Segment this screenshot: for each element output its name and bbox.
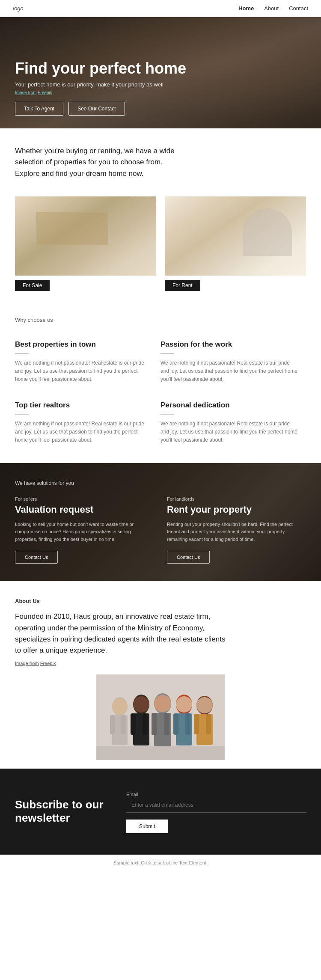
hero-title: Find your perfect home <box>15 60 186 77</box>
svg-rect-13 <box>152 713 157 735</box>
nav-about[interactable]: About <box>264 5 279 12</box>
contact-landlords-button[interactable]: Contact Us <box>167 551 210 564</box>
svg-rect-9 <box>143 713 148 735</box>
nav-links: Home About Contact <box>238 5 308 12</box>
why-item-1: Passion for the work We are nothing if n… <box>160 333 306 394</box>
property-card-rent: For Rent <box>165 196 306 291</box>
why-divider-1 <box>160 353 174 354</box>
why-text-3: We are nothing if not passionate! Real e… <box>160 420 297 445</box>
why-title-1: Passion for the work <box>160 340 297 349</box>
about-eyebrow: About Us <box>15 598 306 604</box>
intro-text: Whether you're buying or renting, we hav… <box>15 146 186 179</box>
svg-point-15 <box>154 695 171 712</box>
svg-point-25 <box>196 697 213 713</box>
email-input[interactable] <box>126 798 306 813</box>
about-image-credit: Image from Freepik <box>15 661 306 666</box>
why-item-2: Top tier realtors We are nothing if not … <box>15 394 160 455</box>
for-sale-button[interactable]: For Sale <box>15 280 50 291</box>
footer-text: Sample text. Click to select the Text El… <box>15 860 306 865</box>
why-item-0: Best properties in town We are nothing i… <box>15 333 160 394</box>
why-divider-3 <box>160 414 174 415</box>
solutions-section: We have solutions for you For sellers Va… <box>0 463 321 581</box>
why-title-2: Top tier realtors <box>15 401 148 410</box>
svg-rect-8 <box>131 713 136 735</box>
for-rent-button[interactable]: For Rent <box>165 280 200 291</box>
logo: logo <box>13 5 24 12</box>
solutions-eyebrow: We have solutions for you <box>15 480 306 486</box>
see-contact-button[interactable]: See Our Contact <box>68 102 125 116</box>
solutions-col-0-text: Looking to sell your home but don't want… <box>15 521 154 543</box>
svg-rect-4 <box>121 715 126 734</box>
team-image <box>96 674 225 760</box>
solutions-col-1-text: Renting out your property shouldn't be h… <box>167 521 306 543</box>
navbar: logo Home About Contact <box>0 0 321 17</box>
why-divider-0 <box>15 353 29 354</box>
about-text: Founded in 2010, Haus group, an innovati… <box>15 611 229 656</box>
svg-rect-26 <box>96 746 225 760</box>
svg-rect-3 <box>110 715 115 734</box>
why-text-1: We are nothing if not passionate! Real e… <box>160 359 297 384</box>
solutions-col-0-eyebrow: For sellers <box>15 496 154 502</box>
intro-section: Whether you're buying or renting, we hav… <box>0 128 321 188</box>
svg-rect-19 <box>185 713 190 735</box>
hero-buttons: Talk To Agent See Our Contact <box>15 102 186 116</box>
why-section: Why choose us Best properties in town We… <box>0 304 321 463</box>
property-cards: For Sale For Rent <box>0 188 321 304</box>
footer: Sample text. Click to select the Text El… <box>0 855 321 870</box>
solutions-col-landlords: For landlords Rent your property Renting… <box>167 496 306 564</box>
solutions-col-0-title: Valuation request <box>15 504 154 515</box>
sale-image <box>15 196 156 276</box>
why-title-0: Best properties in town <box>15 340 148 349</box>
submit-button[interactable]: Submit <box>126 820 168 833</box>
why-text-0: We are nothing if not passionate! Real e… <box>15 359 148 384</box>
why-title-3: Personal dedication <box>160 401 297 410</box>
property-card-sale: For Sale <box>15 196 156 291</box>
newsletter-title: Subscribe to our newsletter <box>15 798 109 825</box>
why-grid: Best properties in town We are nothing i… <box>15 333 306 454</box>
hero-section: Find your perfect home Your perfect home… <box>0 17 321 128</box>
solutions-col-1-eyebrow: For landlords <box>167 496 306 502</box>
talk-to-agent-button[interactable]: Talk To Agent <box>15 102 63 116</box>
hero-subtitle: Your perfect home is our priority, make … <box>15 81 186 88</box>
svg-point-5 <box>112 699 128 714</box>
why-text-2: We are nothing if not passionate! Real e… <box>15 420 148 445</box>
solutions-cols: For sellers Valuation request Looking to… <box>15 496 306 564</box>
email-label: Email <box>126 792 138 797</box>
newsletter-right: Email Submit <box>126 790 306 833</box>
newsletter-left: Subscribe to our newsletter <box>15 798 109 825</box>
nav-home[interactable]: Home <box>238 5 254 12</box>
solutions-col-1-title: Rent your property <box>167 504 306 515</box>
why-eyebrow: Why choose us <box>15 317 306 323</box>
about-section: About Us Founded in 2010, Haus group, an… <box>0 581 321 768</box>
why-item-3: Personal dedication We are nothing if no… <box>160 394 306 455</box>
svg-rect-14 <box>164 713 169 735</box>
newsletter-section: Subscribe to our newsletter Email Submit <box>0 769 321 855</box>
why-divider-2 <box>15 414 29 415</box>
svg-point-10 <box>133 696 149 713</box>
about-image-wrapper <box>15 674 306 760</box>
contact-sellers-button[interactable]: Contact Us <box>15 551 58 564</box>
team-illustration <box>96 674 225 760</box>
svg-rect-18 <box>173 713 178 735</box>
nav-contact[interactable]: Contact <box>289 5 308 12</box>
svg-rect-24 <box>206 714 211 734</box>
solutions-col-sellers: For sellers Valuation request Looking to… <box>15 496 154 564</box>
svg-rect-23 <box>194 714 199 734</box>
rent-image <box>165 196 306 276</box>
svg-point-20 <box>176 696 192 713</box>
hero-image-credit: Image from Freepik <box>15 90 186 95</box>
